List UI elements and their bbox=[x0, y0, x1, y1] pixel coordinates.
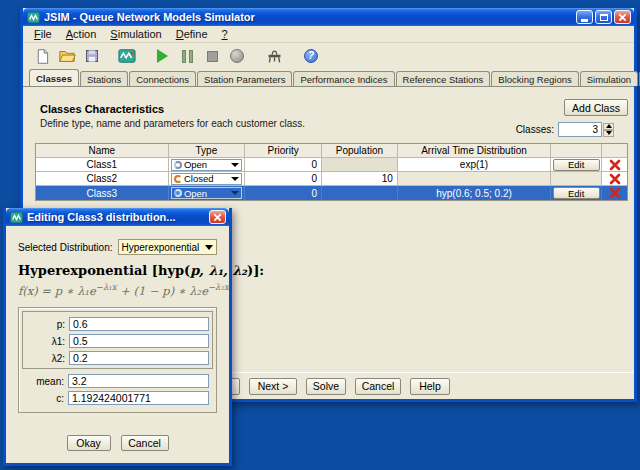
tab-station-parameters[interactable]: Station Parameters bbox=[197, 71, 292, 86]
distribution-cell[interactable]: hyp(0.6; 0.5; 0.2) bbox=[398, 186, 551, 200]
new-file-icon[interactable] bbox=[31, 45, 53, 67]
distribution-cell[interactable]: exp(1) bbox=[398, 158, 551, 172]
class-type-cell: Open bbox=[169, 158, 246, 172]
class-type-cell: Open bbox=[169, 186, 246, 200]
menu-action[interactable]: Action bbox=[59, 27, 104, 41]
table-header-row: Name Type Priority Population Arrival Ti… bbox=[36, 144, 627, 158]
pause-icon[interactable] bbox=[176, 45, 198, 67]
delete-cell bbox=[602, 158, 627, 172]
edit-distribution-button[interactable]: Edit bbox=[553, 159, 600, 171]
spinner-down-icon[interactable] bbox=[603, 130, 614, 137]
chevron-down-icon bbox=[231, 177, 239, 181]
distribution-label: Selected Distribution: bbox=[18, 242, 113, 253]
distribution-cell bbox=[398, 172, 551, 186]
parameters-inner-box: p: λ1: λ2: bbox=[22, 311, 213, 369]
close-icon[interactable] bbox=[614, 10, 631, 24]
tab-reference-stations[interactable]: Reference Stations bbox=[396, 71, 491, 86]
delete-class-icon[interactable] bbox=[609, 173, 621, 185]
dialog-cancel-button[interactable]: Cancel bbox=[121, 435, 169, 451]
spinner-up-icon[interactable] bbox=[603, 123, 614, 130]
tab-simulation[interactable]: Simulation bbox=[580, 71, 638, 86]
priority-cell[interactable]: 0 bbox=[245, 172, 322, 186]
tab-performance-indices[interactable]: Performance Indices bbox=[293, 71, 394, 86]
dialog-close-icon[interactable] bbox=[209, 210, 226, 224]
menu-simulation[interactable]: Simulation bbox=[103, 27, 168, 41]
derived-values: mean: c: bbox=[22, 369, 213, 409]
priority-cell[interactable]: 0 bbox=[245, 158, 322, 172]
tab-connections[interactable]: Connections bbox=[129, 71, 196, 86]
param-label-lambda2: λ2: bbox=[27, 353, 65, 364]
desktop: JSIM - Queue Network Models Simulator Fi… bbox=[0, 0, 640, 470]
delete-cell bbox=[602, 186, 627, 200]
distribution-combobox[interactable]: Hyperexponential bbox=[118, 239, 218, 255]
delete-class-icon[interactable] bbox=[609, 187, 621, 199]
class-name-cell[interactable]: Class1 bbox=[36, 158, 169, 172]
mean-input[interactable] bbox=[68, 374, 209, 388]
main-titlebar[interactable]: JSIM - Queue Network Models Simulator bbox=[23, 8, 634, 26]
header-distribution: Arrival Time Distribution bbox=[398, 144, 551, 158]
queue-network-icon[interactable] bbox=[116, 45, 138, 67]
edit-distribution-button[interactable]: Edit bbox=[553, 187, 600, 199]
sphere-icon[interactable] bbox=[226, 45, 248, 67]
toolbar bbox=[23, 43, 634, 69]
class-name-cell[interactable]: Class3 bbox=[36, 186, 169, 200]
type-combobox[interactable]: Open bbox=[171, 187, 242, 199]
param-input-lambda2[interactable] bbox=[69, 351, 209, 365]
type-combobox[interactable]: Closed bbox=[171, 173, 242, 185]
delete-class-icon[interactable] bbox=[609, 159, 621, 171]
section-subtitle: Define type, name and parameters for eac… bbox=[40, 118, 305, 129]
header-delete bbox=[602, 144, 627, 158]
jsim-app-icon bbox=[27, 11, 40, 24]
menu-file[interactable]: File bbox=[27, 27, 59, 41]
classes-label: Classes: bbox=[516, 124, 554, 135]
class-type-cell: Closed bbox=[169, 172, 246, 186]
menu-define[interactable]: Define bbox=[169, 27, 215, 41]
header-type: Type bbox=[169, 144, 246, 158]
tab-classes[interactable]: Classes bbox=[29, 69, 79, 86]
edit-cell: Edit bbox=[551, 158, 602, 172]
distribution-selector-row: Selected Distribution: Hyperexponential bbox=[18, 239, 217, 255]
parameters-groupbox: p: λ1: λ2: mean: bbox=[18, 307, 217, 413]
edit-cell: Edit bbox=[551, 186, 602, 200]
cancel-button[interactable]: Cancel bbox=[355, 378, 401, 395]
class-name-cell[interactable]: Class2 bbox=[36, 172, 169, 186]
type-combobox[interactable]: Open bbox=[171, 159, 242, 171]
tab-stations[interactable]: Stations bbox=[80, 71, 128, 86]
help-button[interactable]: Help bbox=[410, 378, 450, 395]
add-class-button[interactable]: Add Class bbox=[564, 99, 628, 116]
c-input[interactable] bbox=[68, 391, 209, 405]
workbench-icon[interactable] bbox=[263, 45, 285, 67]
chevron-down-icon bbox=[231, 191, 239, 195]
classes-count-input[interactable] bbox=[558, 122, 602, 137]
param-row: mean: bbox=[26, 374, 209, 388]
open-file-icon[interactable] bbox=[56, 45, 78, 67]
chevron-down-icon bbox=[205, 245, 213, 250]
stop-icon[interactable] bbox=[201, 45, 223, 67]
dialog-titlebar[interactable]: Editing Class3 distribution... bbox=[6, 208, 229, 226]
param-input-p[interactable] bbox=[69, 317, 209, 331]
edit-cell bbox=[551, 172, 602, 186]
dialog-title: Editing Class3 distribution... bbox=[27, 211, 209, 223]
closed-class-icon bbox=[174, 175, 182, 183]
population-cell[interactable]: 10 bbox=[322, 172, 398, 186]
param-input-lambda1[interactable] bbox=[69, 334, 209, 348]
solve-button[interactable]: Solve bbox=[306, 378, 346, 395]
tab-blocking-regions[interactable]: Blocking Regions bbox=[491, 71, 578, 86]
save-icon[interactable] bbox=[81, 45, 103, 67]
open-class-icon bbox=[174, 189, 182, 197]
okay-button[interactable]: Okay bbox=[67, 435, 111, 451]
param-row: c: bbox=[26, 391, 209, 405]
header-priority: Priority bbox=[245, 144, 322, 158]
help-icon[interactable] bbox=[300, 45, 322, 67]
menu-bar: File Action Simulation Define ? bbox=[23, 26, 634, 43]
priority-cell[interactable]: 0 bbox=[245, 186, 322, 200]
population-cell bbox=[322, 158, 398, 172]
delete-cell bbox=[602, 172, 627, 186]
param-label-lambda1: λ1: bbox=[27, 336, 65, 347]
next-button[interactable]: Next > bbox=[249, 378, 297, 395]
minimize-icon[interactable] bbox=[576, 10, 593, 24]
maximize-icon[interactable] bbox=[595, 10, 612, 24]
play-icon[interactable] bbox=[151, 45, 173, 67]
menu-help[interactable]: ? bbox=[215, 27, 235, 41]
c-label: c: bbox=[26, 393, 64, 404]
